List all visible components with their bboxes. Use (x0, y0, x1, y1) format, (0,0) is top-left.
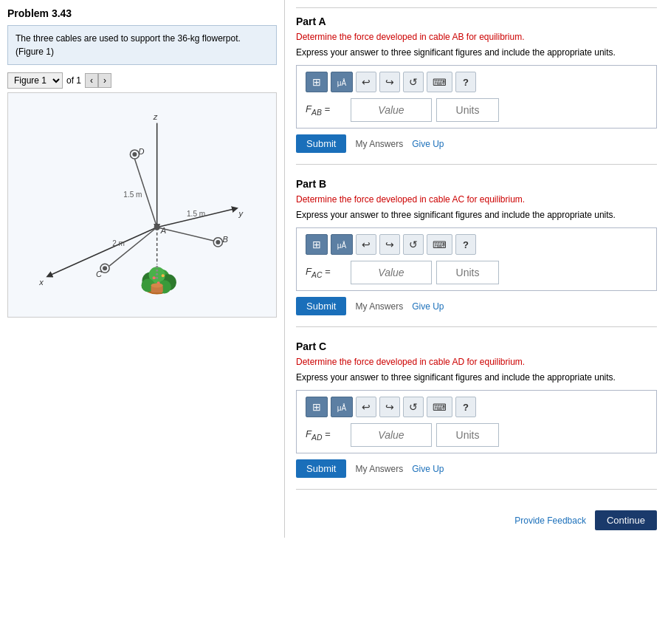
reload-icon (409, 76, 418, 88)
part-c-input-box: FAD = (296, 390, 657, 453)
part-b-my-answers-link[interactable]: My Answers (355, 301, 403, 312)
part-c-reload-button[interactable] (403, 397, 424, 417)
svg-text:z: z (153, 112, 158, 121)
figure-svg: z y x A (8, 93, 276, 317)
part-c-redo-button[interactable] (379, 397, 400, 417)
svg-text:1.5 m: 1.5 m (123, 191, 142, 199)
part-a-input-box: FAB = (296, 65, 657, 129)
part-b-submit-row: Submit My Answers Give Up (296, 297, 657, 315)
part-b-input-box: FAC = (296, 227, 657, 291)
part-b-grid-button[interactable] (306, 234, 328, 255)
part-a-submit-row: Submit My Answers Give Up (296, 134, 657, 153)
part-a-units-input[interactable] (436, 98, 499, 122)
part-b-value-input[interactable] (351, 261, 432, 284)
part-c-section: Part C Determine the force developed in … (296, 340, 657, 490)
provide-feedback-link[interactable]: Provide Feedback (514, 515, 586, 526)
continue-button[interactable]: Continue (595, 510, 657, 530)
part-b-units-input[interactable] (436, 261, 499, 284)
figure-prev-button[interactable]: ‹ (85, 73, 98, 88)
svg-text:x: x (38, 278, 44, 287)
part-c-my-answers-link[interactable]: My Answers (355, 464, 403, 474)
part-a-redo-button[interactable] (379, 72, 400, 92)
part-b-description: Express your answer to three significant… (296, 208, 657, 222)
part-c-grid-button[interactable] (306, 397, 328, 417)
part-a-mu-button[interactable] (331, 72, 353, 92)
svg-text:B: B (222, 235, 228, 244)
svg-point-40 (156, 277, 158, 279)
part-a-submit-button[interactable]: Submit (296, 134, 346, 153)
svg-point-36 (151, 283, 163, 287)
redo-icon-b (385, 239, 394, 250)
svg-text:A: A (160, 226, 166, 235)
part-b-formula-label: FAC = (306, 266, 346, 279)
part-a-my-answers-link[interactable]: My Answers (355, 139, 403, 149)
part-b-give-up-link[interactable]: Give Up (412, 301, 444, 312)
part-a-help-button[interactable] (455, 72, 476, 92)
figure-next-button[interactable]: › (98, 73, 111, 88)
part-c-keyboard-button[interactable] (427, 397, 452, 417)
part-a-instruction: Determine the force developed in cable A… (296, 32, 657, 42)
part-c-submit-button[interactable]: Submit (296, 459, 346, 478)
part-a-formula-label: FAB = (306, 103, 346, 117)
part-c-toolbar (306, 397, 647, 417)
problem-title: Problem 3.43 (7, 7, 277, 19)
part-a-value-input[interactable] (351, 98, 432, 122)
part-b-section: Part B Determine the force developed in … (296, 178, 657, 327)
part-b-mu-button[interactable] (331, 234, 353, 255)
reload-icon-c (409, 401, 418, 413)
svg-text:D: D (138, 147, 144, 156)
svg-text:2 m: 2 m (112, 239, 125, 247)
svg-point-33 (162, 274, 165, 277)
part-a-formula-row: FAB = (306, 98, 647, 122)
part-b-submit-button[interactable]: Submit (296, 297, 346, 315)
part-c-submit-row: Submit My Answers Give Up (296, 459, 657, 478)
part-a-give-up-link[interactable]: Give Up (412, 139, 444, 149)
undo-icon-b (362, 239, 371, 250)
part-b-keyboard-button[interactable] (427, 234, 452, 255)
figure-dropdown[interactable]: Figure 1 (7, 72, 63, 89)
undo-icon (362, 76, 371, 88)
part-c-mu-button[interactable] (331, 397, 353, 417)
part-b-help-button[interactable] (455, 234, 476, 255)
part-c-value-input[interactable] (351, 423, 432, 447)
keyboard-icon (433, 77, 447, 88)
help-icon (463, 77, 469, 88)
part-a-reload-button[interactable] (403, 72, 424, 92)
svg-point-14 (216, 240, 220, 244)
keyboard-icon-b (433, 239, 447, 250)
part-c-units-input[interactable] (436, 423, 499, 447)
part-a-title: Part A (296, 16, 657, 27)
mu-icon-c (337, 402, 346, 413)
part-c-description: Express your answer to three significant… (296, 371, 657, 384)
part-b-formula-row: FAC = (306, 261, 647, 284)
part-a-keyboard-button[interactable] (427, 72, 452, 92)
svg-point-18 (103, 266, 107, 270)
part-c-help-button[interactable] (455, 397, 476, 417)
part-c-give-up-link[interactable]: Give Up (412, 464, 444, 474)
problem-description: The three cables are used to support the… (7, 25, 277, 65)
part-a-section: Part A Determine the force developed in … (296, 16, 657, 165)
part-a-undo-button[interactable] (356, 72, 376, 92)
grid-icon (312, 76, 321, 88)
part-b-instruction: Determine the force developed in cable A… (296, 194, 657, 205)
svg-text:1.5 m: 1.5 m (187, 210, 205, 218)
reload-icon-b (409, 239, 418, 250)
part-a-grid-button[interactable] (306, 72, 328, 92)
part-b-redo-button[interactable] (379, 234, 400, 255)
svg-point-32 (153, 276, 156, 279)
bottom-row: Provide Feedback Continue (296, 503, 657, 530)
mu-icon-b (337, 239, 346, 250)
part-b-toolbar (306, 234, 647, 255)
svg-point-39 (156, 273, 158, 275)
part-c-formula-row: FAD = (306, 423, 647, 447)
redo-icon-c (385, 401, 394, 413)
part-b-undo-button[interactable] (356, 234, 376, 255)
redo-icon (385, 76, 394, 88)
svg-point-37 (156, 266, 158, 268)
grid-icon-b (312, 239, 321, 250)
grid-icon-c (312, 401, 321, 413)
part-b-reload-button[interactable] (403, 234, 424, 255)
part-c-formula-label: FAD = (306, 428, 346, 442)
part-c-undo-button[interactable] (356, 397, 376, 417)
figure-selector[interactable]: Figure 1 of 1 ‹ › (7, 72, 277, 89)
